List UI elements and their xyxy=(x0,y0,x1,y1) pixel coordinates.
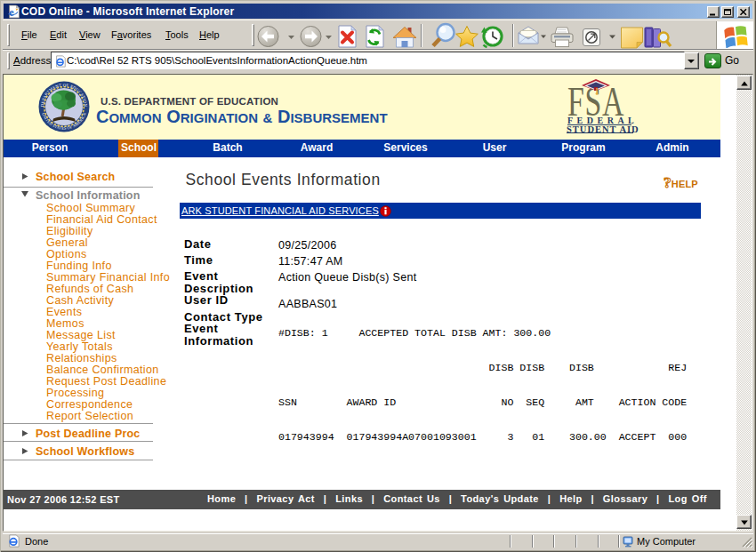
svg-text:e: e xyxy=(9,6,14,19)
